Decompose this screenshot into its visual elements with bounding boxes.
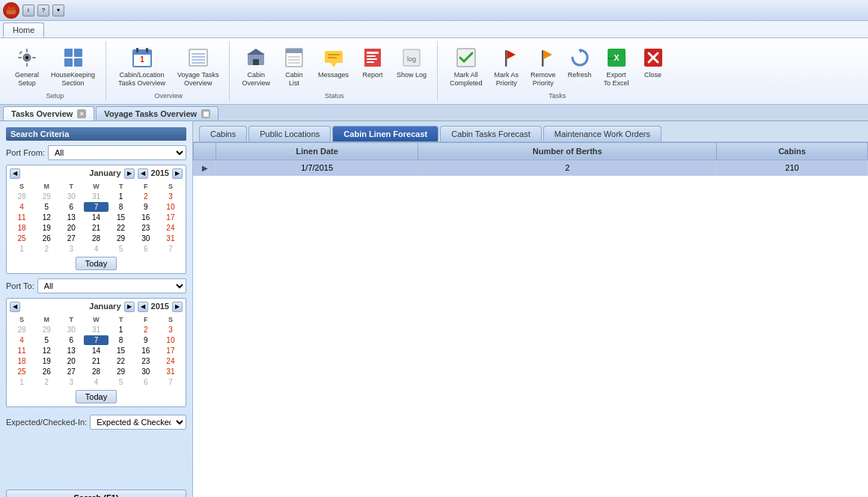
cal-from-month[interactable]: January	[89, 168, 120, 179]
cal-day[interactable]: 9	[134, 202, 158, 212]
cabin-list-button[interactable]: CabinList	[278, 43, 311, 91]
export-to-excel-button[interactable]: X ExportTo Excel	[599, 43, 634, 91]
port-from-select[interactable]: All	[48, 145, 186, 160]
cal-day[interactable]: 11	[10, 346, 34, 356]
show-log-button[interactable]: log Show Log	[392, 43, 431, 82]
cal-day[interactable]: 3	[159, 325, 183, 335]
cal-day[interactable]: 15	[109, 346, 133, 356]
cal-day[interactable]: 24	[159, 223, 183, 233]
cal-day[interactable]: 27	[59, 367, 83, 376]
cal-from-prev-year[interactable]: ◀	[138, 168, 148, 179]
cal-day[interactable]: 1	[10, 244, 34, 254]
cal-day[interactable]: 19	[34, 356, 58, 366]
cal-day[interactable]: 4	[84, 377, 108, 387]
cal-day[interactable]: 2	[134, 325, 158, 335]
cal-day[interactable]: 21	[84, 223, 108, 233]
cal-day[interactable]: 31	[159, 367, 183, 376]
cal-day[interactable]: 29	[34, 192, 58, 201]
cal-from-year[interactable]: 2015	[151, 168, 169, 179]
cal-day[interactable]: 28	[84, 234, 108, 243]
housekeeping-section-button[interactable]: HouseKeepingSection	[46, 43, 100, 91]
cal-day[interactable]: 21	[84, 356, 108, 366]
cal-day[interactable]: 30	[59, 192, 83, 201]
cal-day[interactable]: 31	[84, 325, 108, 335]
cal-to-next-month[interactable]: ▶	[124, 302, 135, 312]
home-tab[interactable]: Home	[3, 22, 44, 37]
mark-as-priority-button[interactable]: Mark AsPriority	[490, 43, 524, 91]
cal-day[interactable]: 31	[84, 192, 108, 201]
cal-day[interactable]: 31	[159, 234, 183, 243]
cal-day[interactable]: 18	[10, 223, 34, 233]
cal-day[interactable]: 7	[84, 335, 108, 345]
cal-day[interactable]: 6	[59, 335, 83, 345]
cabins-tab[interactable]: Cabins	[199, 126, 247, 141]
cal-to-prev-year[interactable]: ◀	[138, 302, 148, 312]
cal-day[interactable]: 17	[159, 213, 183, 222]
cal-day[interactable]: 2	[34, 377, 58, 387]
cal-day[interactable]: 25	[10, 367, 34, 376]
cal-day[interactable]: 29	[109, 367, 133, 376]
cal-day[interactable]: 5	[34, 335, 58, 345]
cal-day[interactable]: 19	[34, 223, 58, 233]
cal-day[interactable]: 13	[59, 346, 83, 356]
cal-day[interactable]: 6	[59, 202, 83, 212]
cabin-overview-button[interactable]: CabinOverview	[237, 43, 275, 91]
expected-select[interactable]: Expected & Checked-In Expected Checked-I…	[90, 415, 186, 430]
cal-day[interactable]: 26	[34, 367, 58, 376]
mark-all-completed-button[interactable]: Mark AllCompleted	[445, 43, 487, 91]
cal-day[interactable]: 8	[109, 202, 133, 212]
cal-day[interactable]: 29	[34, 325, 58, 335]
cabin-linen-forecast-tab[interactable]: Cabin Linen Forecast	[332, 126, 438, 141]
cal-day[interactable]: 4	[84, 244, 108, 254]
voyage-tasks-overview-tab[interactable]: Voyage Tasks Overview ▣	[96, 106, 218, 121]
cal-day[interactable]: 28	[10, 192, 34, 201]
cal-day[interactable]: 5	[109, 244, 133, 254]
cal-day[interactable]: 10	[159, 335, 183, 345]
cal-day[interactable]: 25	[10, 234, 34, 243]
tasks-overview-tab[interactable]: Tasks Overview ×	[3, 106, 94, 121]
cal-to-today-button[interactable]: Today	[76, 390, 117, 403]
cal-day[interactable]: 7	[159, 377, 183, 387]
cal-day[interactable]: 1	[10, 377, 34, 387]
cal-day[interactable]: 28	[84, 367, 108, 376]
cal-day[interactable]: 30	[134, 367, 158, 376]
voyage-tasks-button[interactable]: Voyage TasksOverview	[173, 43, 223, 91]
cal-day[interactable]: 29	[109, 234, 133, 243]
cal-day[interactable]: 5	[109, 377, 133, 387]
report-button[interactable]: Report	[356, 43, 389, 82]
cal-day[interactable]: 9	[134, 335, 158, 345]
maintenance-work-orders-tab[interactable]: Maintenance Work Orders	[543, 126, 661, 141]
cal-from-next-year[interactable]: ▶	[172, 168, 183, 179]
cal-day[interactable]: 15	[109, 213, 133, 222]
cal-day[interactable]: 30	[59, 325, 83, 335]
cal-day[interactable]: 24	[159, 356, 183, 366]
cal-day[interactable]: 6	[134, 244, 158, 254]
cal-day[interactable]: 1	[109, 192, 133, 201]
cal-day[interactable]: 18	[10, 356, 34, 366]
cal-day[interactable]: 26	[34, 234, 58, 243]
tasks-overview-tab-close[interactable]: ×	[77, 109, 86, 118]
cal-day[interactable]: 8	[109, 335, 133, 345]
table-row[interactable]: ▶ 1/7/2015 2 210	[194, 159, 868, 175]
cal-day[interactable]: 10	[159, 202, 183, 212]
cal-day[interactable]: 3	[59, 244, 83, 254]
cal-day[interactable]: 12	[34, 346, 58, 356]
cal-from-today-button[interactable]: Today	[76, 257, 117, 270]
cal-day[interactable]: 2	[34, 244, 58, 254]
cal-day[interactable]: 20	[59, 356, 83, 366]
cal-day[interactable]: 23	[134, 356, 158, 366]
cal-day[interactable]: 11	[10, 213, 34, 222]
refresh-button[interactable]: Refresh	[563, 43, 596, 82]
cabin-location-tasks-button[interactable]: 1 Cabin/LocationTasks Overview	[114, 43, 170, 91]
help-button[interactable]: ?	[37, 4, 49, 16]
cal-day[interactable]: 17	[159, 346, 183, 356]
public-locations-tab[interactable]: Public Locations	[248, 126, 331, 141]
general-setup-button[interactable]: GeneralSetup	[10, 43, 43, 91]
cal-day[interactable]: 13	[59, 213, 83, 222]
cal-to-month[interactable]: January	[89, 302, 120, 312]
cal-day[interactable]: 23	[134, 223, 158, 233]
cal-day[interactable]: 1	[109, 325, 133, 335]
cal-day[interactable]: 16	[134, 213, 158, 222]
cal-day[interactable]: 4	[10, 335, 34, 345]
cal-day[interactable]: 4	[10, 202, 34, 212]
